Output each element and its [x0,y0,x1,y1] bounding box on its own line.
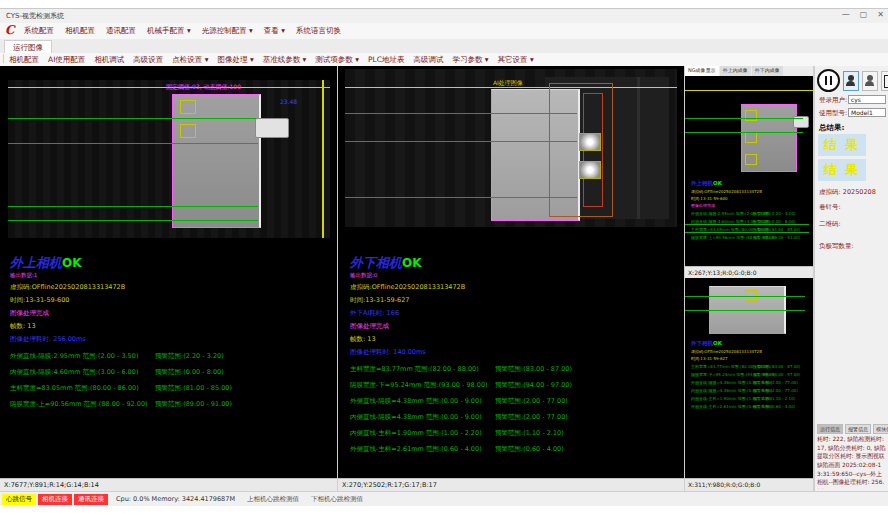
warn-range-text: 预警范围:(2.20 - 3.20) [753,211,795,216]
camera-lower-viewport[interactable]: AI处理图像 [345,69,677,227]
menu-item[interactable]: 光源控制配置 ▾ [202,26,253,36]
measure-text: 主料宽度=83.77mm 范围:(82.00 - 88.00) [691,364,753,369]
toolbar-item[interactable]: PLC地址表 [368,55,404,65]
camera-upper-info: 外上相机OK 输出数据:1 虚拟码:OFfline202502081331347… [10,252,330,416]
overlay-yellow-vline [322,80,324,238]
measurement-row: 外侧直线-隔膜:2.95mm 范围:(2.00 - 3.50) 预警范围:(2.… [691,211,800,216]
measure-text: 外侧直线-主料=2.61mm 范围:(0.60 - 4.00) [691,404,753,409]
measurement-row: 隔膜宽度-下=95.24mm 范围:(93.00 - 98.00) 预警范围:(… [691,372,800,377]
status-badge: 通讯连接 [74,494,108,505]
measure-text: 外侧直线-主料=2.61mm 范围:(0.60 - 4.00) [350,445,495,454]
warn-range-text: 预警范围:(2.20 - 3.20) [155,352,224,361]
warn-range-text: 预警范围:(83.00 - 87.00) [495,365,572,374]
toolbar-item[interactable]: 点检设置 ▾ [172,55,208,65]
second-mini-viewport[interactable]: 外下相机OK 虚拟码:OFfline2025020813313472B 时间:1… [685,278,813,478]
overlay-green-line [8,143,258,144]
warn-range-text: 预警范围:(2.00 - 77.00) [495,413,568,422]
warn-range-text: 预警范围:(0.00 - 8.00) [155,368,224,377]
warn-range-text: 预警范围:(1.10 - 2.10) [495,429,564,438]
info-tab[interactable]: 模块信息 [873,424,888,434]
overlay-green-line [345,141,577,142]
menubar: C 系统配置相机配置通讯配置机械手配置 ▾光源控制配置 ▾查看 ▾系统语言切换 [0,23,888,40]
info-tab[interactable]: 运行信息 [817,424,843,434]
toolbar: | 相机配置AI使用配置相机调试高级设置点检设置 ▾图像处理 ▾基准线参数 ▾测… [0,53,888,67]
login-user-input[interactable] [848,95,886,104]
ng-image-viewport[interactable]: 外上相机OK 虚拟码:OFfline2025020813313472B 时间:1… [685,76,813,266]
measurement-row: 外侧直线-隔膜=4.38mm 范围:(0.00 - 9.00) 预警范围:(2.… [350,397,670,406]
model-input[interactable] [848,108,886,117]
cpu-memory-text: Cpu: 0.0% Memory: 3424.4179687M [116,495,235,503]
toolbar-item[interactable]: AI使用配置 [48,55,85,65]
connector-tab [255,118,289,138]
overlay-yellow-box [180,124,196,138]
minimize-button[interactable]: — [842,10,850,19]
menu-item[interactable]: 相机配置 [65,26,95,36]
toolbar-item[interactable]: 测试项参数 ▾ [315,55,359,65]
mini-view-tab[interactable]: NG成像显示 [685,66,719,76]
toolbar-item[interactable]: 其它设置 ▾ [498,55,534,65]
time-line: 时间:13-31-59-627 [691,356,800,361]
exit-button[interactable]: ➜ [881,71,888,91]
menu-item[interactable]: 通讯配置 [106,26,136,36]
toolbar-item[interactable]: 高级调试 [413,55,443,65]
proc-time-line: 图像处理耗时: 256.00ms [10,335,330,344]
tab-run-image[interactable]: 运行图像 [4,40,52,54]
overlay-yellow-box [745,132,757,143]
overlay-yellow-box [180,100,196,114]
measurement-row: 隔膜宽度-上=90.56mm 范围:(88.00 - 92.00) 预警范围:(… [10,400,330,409]
dimension-label: 23.48 [280,98,297,105]
menu-item[interactable]: 机械手配置 ▾ [147,26,191,36]
bright-spot [579,133,601,151]
user-switch-button[interactable] [862,71,878,91]
toolbar-item[interactable]: 图像处理 ▾ [218,55,254,65]
measurement-row: 内侧直线-隔膜:4.60mm 范围:(3.00 - 6.00) 预警范围:(0.… [691,219,800,224]
frames-line: 帧数: 13 [10,322,330,331]
barcode-line: 虚拟码:OFfline2025020813313472B [350,283,670,292]
mini-view-tab[interactable]: 外上内成像 [720,66,751,76]
camera-upper-viewport[interactable]: 固定阈值:93, 动态阈值:100 23.48 [8,80,330,238]
close-button[interactable]: ✕ [877,10,884,19]
measure-text: 隔膜宽度-下=95.24mm 范围:(93.00 - 98.00) [350,381,495,390]
mini-view-column: NG成像显示外上内成像外下内成像 外上相机OK 虚拟码:OFfline20250… [685,66,813,491]
warn-range-text: 预警范围:(81.00 - 85.00) [155,384,232,393]
panel-camera-upper: 固定阈值:93, 动态阈值:100 23.48 外上相机OK 输出数据:1 虚拟… [0,66,337,478]
measure-text: 主料宽度=83.77mm 范围:(82.00 - 88.00) [350,365,495,374]
toolbar-item[interactable]: 学习参数 ▾ [452,55,488,65]
pause-button[interactable] [817,69,840,92]
panel-camera-lower: AI处理图像 外下相机OK 输出数据:0 虚拟码:OFfline20250208… [338,66,684,478]
status-line: 图像处理完成 [350,322,670,331]
measure-text: 内侧直线-隔膜:4.60mm 范围:(3.00 - 6.00) [691,219,753,224]
info-tab[interactable]: 报警信息 [845,424,871,434]
user-login-button[interactable] [843,71,859,91]
toolbar-item[interactable]: 基准线参数 ▾ [263,55,307,65]
toolbar-item[interactable]: 相机调试 [94,55,124,65]
menu-item[interactable]: 查看 ▾ [264,26,285,36]
login-user-label: 登录用户: [819,96,847,105]
measurement-row: 外侧直线-主料=2.61mm 范围:(0.60 - 4.00) 预警范围:(0.… [350,445,670,454]
measurement-row: 内侧直线-隔膜=4.38mm 范围:(0.00 - 9.00) 预警范围:(2.… [350,413,670,422]
result-ok: OK [402,256,422,270]
barcode-line: 虚拟码:OFfline2025020813313472B [691,189,800,194]
time-line: 时间:13-31-59-600 [10,296,330,305]
measure-text: 内侧直线-隔膜:4.60mm 范围:(3.00 - 6.00) [10,368,155,377]
warn-range-text: 预警范围:(89.00 - 91.00) [753,235,800,240]
measure-text: 隔膜宽度-上=90.56mm 范围:(88.00 - 92.00) [691,235,753,240]
toolbar-item[interactable]: 相机配置 [9,55,39,65]
menu-item[interactable]: 系统语言切换 [296,26,341,36]
measurement-row: 外侧直线-隔膜=4.38mm 范围:(0.00 - 9.00) 预警范围:(2.… [691,380,800,385]
overlay-green-line [345,197,577,198]
mini-view-tab[interactable]: 外下内成像 [752,66,783,76]
app-screen: CYS-视觉检测系统 — ▢ ✕ C 系统配置相机配置通讯配置机械手配置 ▾光源… [0,0,888,522]
person-icon [867,75,873,81]
person-icon [865,81,874,86]
measure-text: 主料宽度=83.05mm 范围:(80.00 - 86.00) [10,384,155,393]
maximize-button[interactable]: ▢ [860,10,868,19]
menu-item[interactable]: 系统配置 [24,26,54,36]
toolbar-item[interactable]: 高级设置 [133,55,163,65]
coord-readout-mini2: X:311;Y:980;R:0;G:0;B:0 [685,478,813,491]
warn-range-text: 预警范围:(2.00 - 77.00) [495,397,568,406]
output-data: 输出数据:1 [10,272,330,279]
person-icon [848,75,854,81]
ai-time-line: 外下AI耗时: 166 [350,309,670,318]
warn-range-text: 预警范围:(83.00 - 87.00) [753,364,800,369]
